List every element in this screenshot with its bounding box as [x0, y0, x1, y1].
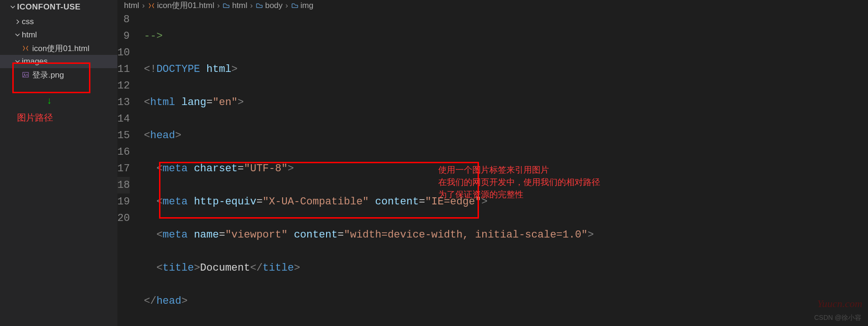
annotation-note: 使用一个图片标签来引用图片 在我们的网页开发中，使用我们的相对路径 为了保证资源…: [438, 164, 600, 201]
chevron-right-icon: ›: [283, 1, 291, 10]
crumb-img[interactable]: img: [291, 1, 313, 10]
file-html[interactable]: icon使用01.html: [0, 42, 117, 55]
watermark-author: CSDN @徐小容: [814, 314, 861, 322]
arrow-down-icon: ↓: [46, 96, 52, 106]
folder-images[interactable]: images: [0, 55, 117, 68]
svg-point-1: [24, 74, 25, 75]
crumb-folder[interactable]: html: [124, 1, 139, 10]
folder-html[interactable]: html: [0, 28, 117, 42]
line-numbers: 8 9 10 11 12 13 14 15 16 17 18 19 20: [117, 11, 144, 326]
breadcrumbs: html › icon使用01.html › html › body › img: [117, 0, 868, 11]
chevron-down-icon: [13, 58, 22, 65]
chevron-right-icon: ›: [139, 1, 148, 10]
chevron-down-icon: [9, 4, 17, 10]
crumb-file[interactable]: icon使用01.html: [148, 0, 214, 11]
chevron-right-icon: ›: [214, 1, 223, 10]
html-file-icon: [148, 2, 155, 9]
html-file-icon: [22, 44, 32, 52]
symbol-icon: [222, 2, 230, 9]
symbol-icon: [291, 2, 299, 9]
chevron-right-icon: ›: [248, 1, 256, 10]
chevron-right-icon: [13, 18, 22, 25]
project-name: ICONFONT-USE: [17, 2, 80, 12]
symbol-icon: [256, 2, 263, 9]
file-image[interactable]: 登录.png: [0, 68, 117, 81]
folder-css[interactable]: css: [0, 15, 117, 28]
image-file-icon: [22, 71, 32, 79]
file-tree: css html icon使用01.html images 登录.png: [0, 14, 117, 81]
sidebar: ICONFONT-USE css html icon使用01.html imag…: [0, 0, 117, 326]
crumb-html[interactable]: html: [222, 1, 247, 10]
chevron-down-icon: [13, 32, 22, 38]
explorer-header[interactable]: ICONFONT-USE: [0, 0, 117, 14]
annotation-path-label: 图片路径: [17, 112, 53, 124]
main-area: html › icon使用01.html › html › body › img: [117, 0, 868, 326]
watermark: Yuucn.com: [817, 298, 862, 310]
crumb-body[interactable]: body: [256, 1, 283, 10]
